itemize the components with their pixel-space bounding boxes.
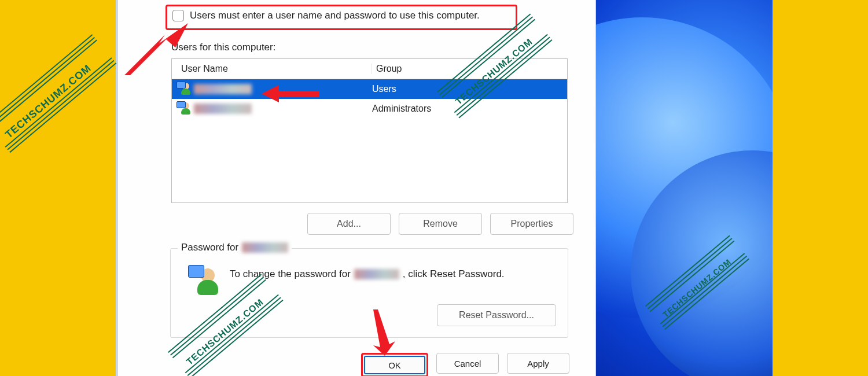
cancel-button[interactable]: Cancel: [436, 353, 499, 374]
ok-button[interactable]: OK: [364, 356, 425, 374]
redacted-username: [242, 242, 288, 253]
redacted-username: [194, 84, 252, 94]
annotation-arrow: [367, 309, 396, 356]
annotation-arrow: [262, 85, 319, 102]
column-header-username[interactable]: User Name: [172, 64, 372, 74]
reset-password-description: To change the password for , click Reset…: [230, 268, 505, 280]
user-icon: [178, 83, 190, 95]
user-avatar-icon: [188, 265, 219, 296]
redacted-username: [194, 104, 252, 114]
remove-button[interactable]: Remove: [399, 213, 482, 235]
annotation-highlight-ok: OK: [361, 353, 428, 376]
properties-button[interactable]: Properties: [490, 213, 573, 235]
redacted-username: [354, 269, 399, 279]
svg-marker-0: [124, 23, 188, 75]
apply-button[interactable]: Apply: [507, 353, 569, 374]
password-groupbox-legend: Password for: [178, 242, 292, 253]
page-margin-right: [773, 0, 868, 376]
user-row[interactable]: Administrators: [172, 99, 567, 119]
reset-password-button[interactable]: Reset Password...: [437, 304, 556, 326]
annotation-arrow: [124, 23, 188, 75]
annotation-highlight-box: [165, 5, 517, 30]
user-icon: [178, 102, 190, 115]
svg-marker-1: [262, 85, 319, 102]
svg-marker-2: [373, 309, 395, 356]
add-button[interactable]: Add...: [307, 213, 391, 235]
